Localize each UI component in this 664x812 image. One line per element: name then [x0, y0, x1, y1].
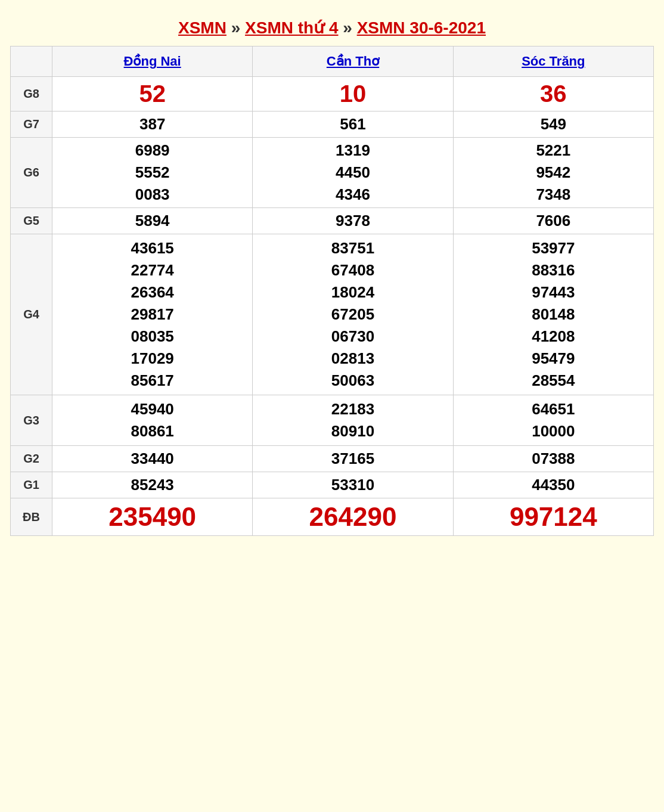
- g1-can-tho: 53310: [253, 472, 453, 498]
- g1-dong-nai: 85243: [52, 472, 253, 498]
- g2-can-tho: 37165: [253, 446, 453, 472]
- db-can-tho: 264290: [253, 498, 453, 536]
- g7-dong-nai: 387: [52, 111, 253, 138]
- db-row: ĐB 235490 264290 997124: [11, 498, 654, 536]
- g3-can-tho: 22183 80910: [253, 395, 453, 446]
- table-header-row: Đồng Nai Cần Thơ Sóc Trăng: [11, 47, 654, 77]
- col-label-header: [11, 47, 52, 77]
- g6-row: G6 6989 5552 0083 1319 4450 4346: [11, 138, 654, 208]
- db-label: ĐB: [11, 498, 52, 536]
- g2-dong-nai: 33440: [52, 446, 253, 472]
- g8-label: G8: [11, 77, 52, 111]
- g6-dong-nai: 6989 5552 0083: [52, 138, 253, 208]
- g1-soc-trang: 44350: [453, 472, 653, 498]
- g4-soc-trang: 53977 88316 97443 80148 41208 95479 2855…: [453, 234, 653, 395]
- g8-can-tho: 10: [253, 77, 453, 111]
- main-container: XSMN » XSMN thứ 4 » XSMN 30-6-2021 Đồng …: [10, 12, 654, 800]
- g4-label: G4: [11, 234, 52, 395]
- xsmn-link2[interactable]: XSMN thứ 4: [245, 18, 338, 37]
- g5-dong-nai: 5894: [52, 208, 253, 234]
- g2-label: G2: [11, 446, 52, 472]
- g7-label: G7: [11, 111, 52, 138]
- g7-soc-trang: 549: [453, 111, 653, 138]
- g3-row: G3 45940 80861 22183 80910 64651: [11, 395, 654, 446]
- g3-soc-trang: 64651 10000: [453, 395, 653, 446]
- g3-dong-nai: 45940 80861: [52, 395, 253, 446]
- g1-row: G1 85243 53310 44350: [11, 472, 654, 498]
- col-dong-nai-header[interactable]: Đồng Nai: [52, 47, 253, 77]
- col-can-tho-header[interactable]: Cần Thơ: [253, 47, 453, 77]
- g5-row: G5 5894 9378 7606: [11, 208, 654, 234]
- g5-label: G5: [11, 208, 52, 234]
- db-dong-nai: 235490: [52, 498, 253, 536]
- g5-can-tho: 9378: [253, 208, 453, 234]
- g6-soc-trang: 5221 9542 7348: [453, 138, 653, 208]
- g8-dong-nai: 52: [52, 77, 253, 111]
- xsmn-link1[interactable]: XSMN: [178, 18, 226, 37]
- col-soc-trang-header[interactable]: Sóc Trăng: [453, 47, 653, 77]
- g2-soc-trang: 07388: [453, 446, 653, 472]
- g7-can-tho: 561: [253, 111, 453, 138]
- g2-row: G2 33440 37165 07388: [11, 446, 654, 472]
- sep1: »: [231, 18, 245, 37]
- g5-soc-trang: 7606: [453, 208, 653, 234]
- g7-row: G7 387 561 549: [11, 111, 654, 138]
- g8-row: G8 52 10 36: [11, 77, 654, 111]
- g8-soc-trang: 36: [453, 77, 653, 111]
- xsmn-link3[interactable]: XSMN 30-6-2021: [357, 18, 486, 37]
- db-soc-trang: 997124: [453, 498, 653, 536]
- g6-can-tho: 1319 4450 4346: [253, 138, 453, 208]
- g4-dong-nai: 43615 22774 26364 29817 08035 17029 8561…: [52, 234, 253, 395]
- g1-label: G1: [11, 472, 52, 498]
- g4-row: G4 43615 22774 26364 29817 08035 17029 8…: [11, 234, 654, 395]
- page-header: XSMN » XSMN thứ 4 » XSMN 30-6-2021: [10, 12, 654, 46]
- g4-can-tho: 83751 67408 18024 67205 06730 02813 5006…: [253, 234, 453, 395]
- sep2: »: [343, 18, 356, 37]
- g3-label: G3: [11, 395, 52, 446]
- g6-label: G6: [11, 138, 52, 208]
- results-table: Đồng Nai Cần Thơ Sóc Trăng G8 52 10 36 G…: [10, 46, 654, 536]
